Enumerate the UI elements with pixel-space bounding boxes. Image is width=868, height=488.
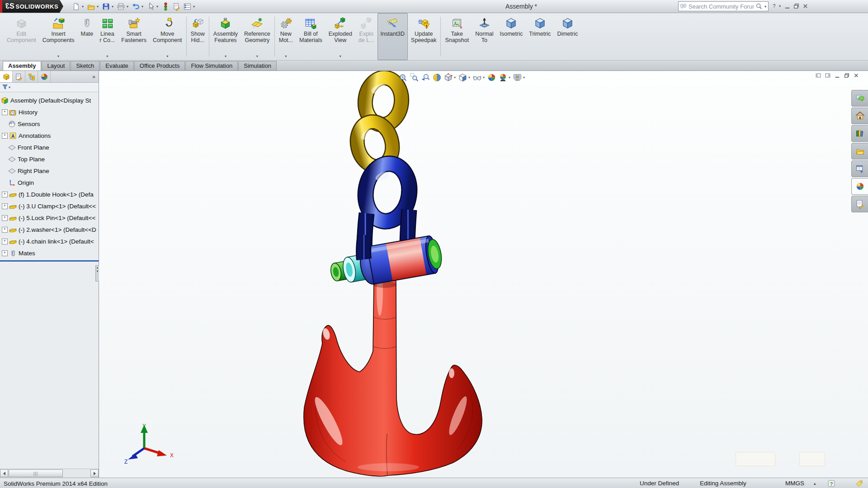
doc-minimize-button[interactable]: [832, 71, 842, 80]
scroll-left-button[interactable]: [0, 469, 8, 477]
view-settings-button[interactable]: [512, 72, 523, 83]
linear-component-pattern-flyout-caret[interactable]: ▾: [106, 54, 108, 59]
tab-sketch[interactable]: Sketch: [71, 61, 99, 70]
move-component-flyout-caret[interactable]: ▾: [166, 54, 168, 59]
scroll-thumb[interactable]: |||: [9, 469, 63, 477]
logo-flyout-arrow[interactable]: [60, 0, 63, 13]
save-dropdown-caret[interactable]: ▾: [112, 5, 113, 9]
tree-expander[interactable]: +: [2, 239, 8, 244]
hide-show-items-dropdown-caret[interactable]: ▾: [483, 75, 485, 80]
close-button[interactable]: [801, 1, 810, 10]
edit-appearance-button[interactable]: [486, 72, 497, 83]
tree-expander[interactable]: +: [2, 109, 8, 115]
tab-layout[interactable]: Layout: [42, 61, 70, 70]
minimize-button[interactable]: [783, 1, 792, 10]
isometric-button[interactable]: Isometric: [497, 13, 526, 60]
doc-close-button[interactable]: [851, 71, 861, 80]
insert-components-flyout-caret[interactable]: ▾: [57, 54, 59, 59]
tree-expander[interactable]: +: [2, 250, 8, 256]
apply-scene-button[interactable]: [497, 72, 509, 83]
search-box[interactable]: Search Community Forum ▾: [678, 1, 769, 11]
tree-expander[interactable]: +: [2, 133, 8, 139]
tag-icon[interactable]: [855, 479, 863, 488]
tab-assembly[interactable]: Assembly: [3, 61, 41, 70]
tree-item-top-plane[interactable]: Top Plane: [0, 153, 99, 165]
move-component-button[interactable]: MoveComponent▾: [150, 13, 185, 60]
view-settings-dropdown-caret[interactable]: ▾: [523, 75, 525, 80]
smart-fasteners-button[interactable]: SmartFasteners: [118, 13, 150, 60]
exploded-view-button[interactable]: ExplodedView▾: [326, 13, 355, 60]
rebuild-button[interactable]: [160, 1, 171, 11]
zoom-to-area-button[interactable]: [409, 72, 420, 83]
display-style-dropdown-caret[interactable]: ▾: [468, 75, 470, 80]
design-library-tab[interactable]: [851, 125, 868, 142]
rollback-bar[interactable]: [0, 260, 99, 262]
select-button[interactable]: [145, 1, 156, 11]
tree-filter-row[interactable]: ▾: [0, 83, 99, 92]
tile-pane-left-button[interactable]: [813, 71, 823, 80]
tab-simulation[interactable]: Simulation: [238, 61, 277, 70]
take-snapshot-button[interactable]: sTakeSnapshot: [442, 13, 472, 60]
tree-item-3-u-clamp-1-default[interactable]: +(-) 3.U Clamp<1> (Default<<: [0, 200, 99, 212]
tile-pane-right-button[interactable]: [823, 71, 832, 80]
undo-dropdown-caret[interactable]: ▾: [142, 5, 143, 9]
save-button[interactable]: [100, 1, 111, 11]
hide-show-items-button[interactable]: [472, 72, 483, 83]
panel-tab-configuration-manager[interactable]: [25, 71, 38, 82]
mate-button[interactable]: Mate: [78, 13, 97, 60]
exploded-view-flyout-caret[interactable]: ▾: [340, 54, 341, 59]
units-caret[interactable]: ▴: [814, 478, 816, 488]
solidworks-forum-tab[interactable]: [851, 90, 868, 107]
view-palette-tab[interactable]: [851, 160, 868, 177]
panel-tab-overflow[interactable]: »: [89, 71, 99, 82]
filter-dropdown-caret[interactable]: ▾: [9, 85, 10, 89]
assembly-features-button[interactable]: AssemblyFeatures▾: [210, 13, 241, 60]
help-button[interactable]: ?: [769, 1, 778, 10]
panel-hscrollbar[interactable]: |||: [0, 469, 99, 478]
linear-component-pattern-button[interactable]: Linear Co...▾: [96, 13, 118, 60]
open-file-button[interactable]: [85, 1, 96, 11]
display-style-button[interactable]: [457, 72, 468, 83]
view-orientation-dropdown-caret[interactable]: ▾: [454, 75, 456, 80]
tab-flow-simulation[interactable]: Flow Simulation: [185, 61, 238, 70]
assembly-features-flyout-caret[interactable]: ▾: [225, 54, 226, 59]
scroll-right-button[interactable]: [90, 469, 99, 477]
panel-tab-property-manager[interactable]: [13, 71, 25, 82]
apply-scene-dropdown-caret[interactable]: ▾: [509, 75, 510, 80]
restore-button[interactable]: [792, 1, 801, 10]
options-button[interactable]: [182, 1, 193, 11]
tree-item-f-1-double-hook-1-defa[interactable]: +(f) 1.Double Hook<1> (Defa: [0, 188, 99, 200]
tree-item-mates[interactable]: +Mates: [0, 247, 99, 259]
doc-restore-button[interactable]: [842, 71, 851, 80]
tree-item-5-lock-pin-1-default[interactable]: +(-) 5.Lock Pin<1> (Default<<: [0, 212, 99, 224]
new-motion-study-flyout-caret[interactable]: ▾: [285, 54, 287, 59]
tree-expander[interactable]: +: [2, 215, 8, 221]
panel-tab-display-manager[interactable]: [38, 71, 51, 82]
print-dropdown-caret[interactable]: ▾: [127, 5, 128, 9]
tree-expander[interactable]: +: [2, 203, 8, 209]
tree-item-assembly-default-display-st[interactable]: Assembly (Default<Display St: [0, 94, 99, 106]
quick-tips-icon[interactable]: ?: [827, 479, 835, 488]
graphics-viewport[interactable]: ▾▾▾▾▾ Y X Z: [99, 71, 868, 478]
show-hidden-components-button[interactable]: ShowHid...: [188, 13, 208, 60]
undo-button[interactable]: [130, 1, 141, 11]
search-dropdown-caret[interactable]: ▾: [764, 5, 766, 9]
view-orientation-button[interactable]: [443, 72, 454, 83]
bill-of-materials-button[interactable]: Bill ofMaterials: [296, 13, 326, 60]
new-file-dropdown-caret[interactable]: ▾: [82, 5, 84, 9]
previous-view-button[interactable]: [420, 72, 431, 83]
zoom-to-fit-button[interactable]: [397, 72, 409, 83]
insert-components-button[interactable]: InsertComponents▾: [39, 13, 78, 60]
print-button[interactable]: [115, 1, 126, 11]
custom-properties-tab[interactable]: [851, 196, 868, 212]
instant3d-button[interactable]: Instant3D: [377, 13, 408, 60]
update-speedpak-button[interactable]: UpdateSpeedpak: [408, 13, 439, 60]
tree-item-right-plane[interactable]: Right Plane: [0, 165, 99, 177]
reference-geometry-flyout-caret[interactable]: ▾: [256, 54, 258, 59]
dimetric-button[interactable]: Dimetric: [554, 13, 581, 60]
options-dropdown-caret[interactable]: ▾: [193, 5, 195, 9]
open-file-dropdown-caret[interactable]: ▾: [97, 5, 99, 9]
search-input[interactable]: Search Community Forum: [689, 3, 754, 10]
tree-expander[interactable]: +: [2, 192, 8, 197]
tree-item-4-chain-link-1-default[interactable]: +(-) 4.chain link<1> (Default<: [0, 235, 99, 247]
